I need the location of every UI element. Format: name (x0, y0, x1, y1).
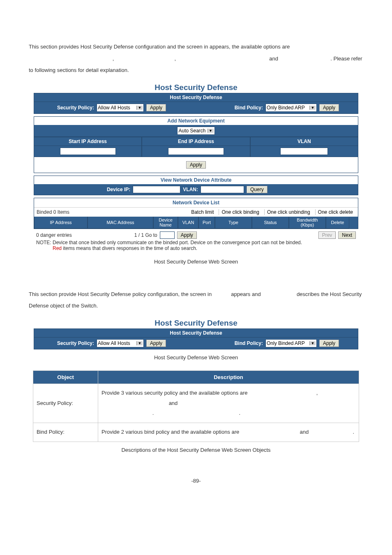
host-security-panel-2: Host Security Defense Security Policy: A… (34, 328, 358, 349)
col-start-ip: Start IP Address (34, 137, 142, 146)
one-click-delete-button[interactable]: One click delete (315, 209, 355, 215)
vlan-input[interactable] (280, 148, 328, 155)
chevron-down-icon: ▼ (309, 106, 316, 110)
text: This section provides Host Security Defe… (29, 44, 210, 50)
pagination-text: 1 / 1 Go to (134, 232, 157, 238)
add-equipment-title: Add Network Equipment (34, 116, 358, 125)
col-vlan: VLAN (250, 137, 358, 146)
col-delete: Delete (326, 217, 349, 229)
obj-cell: Bind Policy: (33, 423, 98, 442)
col-port: Port (198, 217, 215, 229)
batch-limit-button[interactable]: Batch limit (189, 209, 216, 215)
prev-button[interactable]: Prev (318, 231, 336, 239)
security-policy-value: Allow All Hosts (98, 105, 135, 111)
text: . (239, 410, 240, 416)
bind-policy-label: Bind Policy: (235, 105, 263, 111)
col-status: Status (252, 217, 289, 229)
vlan-label: VLAN: (183, 187, 198, 192)
text: appears, the available options are (210, 44, 290, 50)
security-policy-select-2[interactable]: Allow All Hosts ▼ (97, 339, 144, 347)
bind-policy-select-2[interactable]: Only Binded ARP ▼ (265, 339, 317, 347)
security-policy-label-2: Security Policy: (57, 340, 94, 346)
table-row: Bind Policy: Provide 2 various bind poli… (33, 423, 359, 442)
text: and (269, 56, 279, 62)
text: appears and (231, 291, 262, 297)
panel-title: Host Security Defense (16, 83, 376, 92)
view-attr-title: View Network Device Attribute (34, 176, 358, 184)
col-mac-address: MAC Address (88, 217, 153, 229)
figure-caption-1: Host Security Defense Web Screen (16, 259, 376, 265)
col-device-name: Device Name (153, 217, 178, 229)
goto-apply-button[interactable]: Apply (177, 231, 197, 239)
desc-cell: Provide 2 various bind policy and the av… (98, 423, 359, 442)
section-head-hsd-2: Host Security Defense (34, 328, 358, 338)
note-line2: items means that divers responses in the… (62, 245, 197, 251)
obj-cell: Security Policy: (33, 384, 98, 423)
panel-title-2: Host Security Defense (16, 319, 376, 328)
bind-policy-select[interactable]: Only Binded ARP ▼ (265, 104, 317, 112)
bind-policy-apply-button-2[interactable]: Apply (319, 340, 339, 347)
paragraph-2: This section provide Host Security Defen… (29, 289, 363, 312)
text: . Please refer to following sections for… (29, 56, 362, 74)
binded-count: Binded 0 Items (37, 209, 69, 215)
desc-col-header: Description (98, 370, 359, 384)
ndl-header-row: IP Address MAC Address Device Name VLAN … (34, 217, 358, 229)
col-end-ip: End IP Address (142, 137, 250, 146)
next-button[interactable]: Next (338, 231, 356, 239)
chevron-down-icon: ▼ (309, 341, 316, 345)
text: . (353, 429, 355, 435)
one-click-binding-button[interactable]: One click binding (219, 209, 261, 215)
chevron-down-icon: ▼ (208, 129, 214, 133)
device-ip-input[interactable] (133, 186, 180, 193)
section-head-hsd: Host Security Defense (34, 93, 358, 102)
table-row: Security Policy: Provide 3 various secur… (33, 384, 359, 423)
text: , (113, 56, 115, 62)
text: . (152, 410, 155, 416)
add-equipment-mode-value: Auto Search (178, 128, 205, 134)
security-policy-value-2: Allow All Hosts (98, 340, 135, 346)
bind-policy-apply-button[interactable]: Apply (319, 104, 339, 111)
device-ip-label: Device IP: (48, 187, 130, 192)
text: and (300, 429, 310, 435)
page-number: -89- (16, 478, 376, 484)
one-click-unbinding-button[interactable]: One click unbinding (264, 209, 313, 215)
security-policy-label: Security Policy: (57, 105, 94, 111)
view-vlan-input[interactable] (201, 186, 244, 193)
network-device-list: Network Device List Binded 0 Items Batch… (34, 198, 358, 229)
note-red-word: Red (53, 245, 62, 251)
col-vlan: VLAN (178, 217, 198, 229)
add-equipment-mode-select[interactable]: Auto Search ▼ (177, 127, 214, 135)
security-policy-apply-button[interactable]: Apply (146, 104, 166, 111)
chevron-down-icon: ▼ (136, 106, 143, 110)
objects-table: Object Description Security Policy: Prov… (33, 370, 359, 442)
text: , (174, 56, 177, 62)
note-line1: NOTE: Device that once binded only commu… (36, 240, 302, 245)
end-ip-input[interactable] (168, 148, 224, 155)
text: , (316, 390, 318, 396)
col-type: Type (215, 217, 252, 229)
figure-caption-2: Host Security Defense Web Screen (16, 354, 376, 361)
bind-policy-value-2: Only Binded ARP (267, 340, 308, 346)
col-ip-address: IP Address (34, 217, 88, 229)
danger-entries: 0 danger entries (36, 232, 72, 238)
text: Provide 2 various bind policy and the av… (101, 429, 241, 435)
obj-col-header: Object (33, 370, 98, 384)
col-bandwidth: Bandwidth (Kbps) (289, 217, 326, 229)
add-equipment-apply-button[interactable]: Apply (186, 161, 206, 169)
bind-policy-label-2: Bind Policy: (235, 340, 263, 346)
query-button[interactable]: Query (247, 186, 267, 193)
desc-cell: Provide 3 various security policy and th… (98, 384, 359, 423)
intro-paragraph: This section provides Host Security Defe… (29, 41, 363, 76)
text: Provide 3 various security policy and th… (101, 390, 249, 396)
text: This section provide Host Security Defen… (29, 291, 213, 297)
goto-page-input[interactable] (160, 231, 175, 239)
ndl-title: Network Device List (34, 198, 358, 208)
chevron-down-icon: ▼ (136, 341, 143, 345)
start-ip-input[interactable] (60, 148, 116, 155)
bind-policy-value: Only Binded ARP (267, 105, 308, 111)
table-caption: Descriptions of the Host Security Defens… (16, 447, 376, 453)
security-policy-apply-button-2[interactable]: Apply (146, 340, 166, 347)
text: and (169, 400, 178, 406)
host-security-panel: Host Security Defense Security Policy: A… (34, 93, 358, 254)
security-policy-select[interactable]: Allow All Hosts ▼ (97, 104, 144, 112)
